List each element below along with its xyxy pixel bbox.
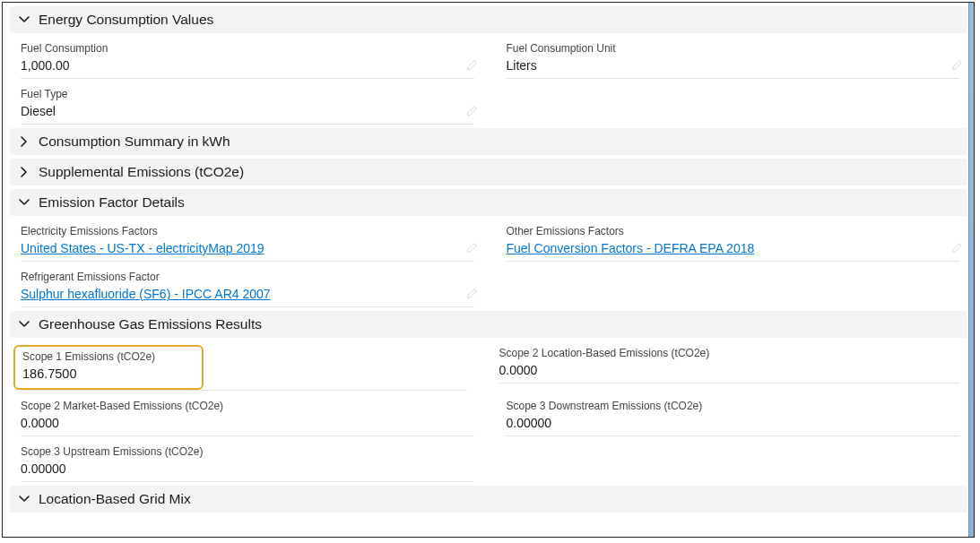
pencil-icon[interactable] [951,59,963,73]
section-header-energy[interactable]: Energy Consumption Values [10,6,967,33]
field-empty [499,440,967,482]
link-refrigerant-factor[interactable]: Sulphur hexafluoride (SF6) - IPCC AR4 20… [21,285,474,307]
section-title: Energy Consumption Values [39,12,213,28]
section-title: Supplemental Emissions (tCO2e) [39,164,244,180]
field-label: Scope 3 Upstream Emissions (tCO2e) [21,445,474,458]
field-label: Refrigerant Emissions Factor [21,271,474,283]
section-header-ghg-results[interactable]: Greenhouse Gas Emissions Results [10,311,967,338]
section-header-consumption-summary[interactable]: Consumption Summary in kWh [10,128,967,155]
field-label: Scope 2 Location-Based Emissions (tCO2e) [499,347,960,359]
pencil-icon[interactable] [951,242,963,256]
field-value: 0.0000 [21,414,474,436]
pencil-icon[interactable] [466,105,478,119]
field-label: Scope 3 Downstream Emissions (tCO2e) [507,400,960,412]
field-value: Liters [507,56,960,79]
field-electricity-factors: Electricity Emissions Factors United Sta… [13,220,481,262]
section-header-grid-mix[interactable]: Location-Based Grid Mix [10,486,967,513]
field-value: Diesel [21,102,474,125]
field-scope2-location: Scope 2 Location-Based Emissions (tCO2e)… [492,341,967,391]
section-title: Emission Factor Details [39,194,185,211]
section-header-supplemental[interactable]: Supplemental Emissions (tCO2e) [10,159,967,185]
field-refrigerant-factor: Refrigerant Emissions Factor Sulphur hex… [13,265,481,307]
pencil-icon[interactable] [466,59,478,73]
field-scope3-downstream: Scope 3 Downstream Emissions (tCO2e) 0.0… [499,394,967,436]
highlighted-scope1: Scope 1 Emissions (tCO2e) 186.7500 [13,345,204,390]
field-label: Fuel Type [21,88,474,100]
pencil-icon[interactable] [466,242,478,256]
link-other-factors[interactable]: Fuel Conversion Factors - DEFRA EPA 2018 [507,239,960,262]
field-label: Electricity Emissions Factors [21,225,474,237]
field-value: 0.00000 [21,460,474,482]
field-value: 186.7500 [22,365,195,386]
pencil-icon[interactable] [466,288,478,302]
chevron-down-icon [17,317,31,332]
chevron-right-icon [17,165,31,179]
field-value: 1,000.00 [21,56,474,79]
field-label: Fuel Consumption Unit [507,42,960,55]
chevron-down-icon [17,13,31,27]
chevron-down-icon [17,492,31,506]
field-label: Other Emissions Factors [507,225,960,237]
field-fuel-consumption-unit: Fuel Consumption Unit Liters [499,37,967,79]
section-header-factor-details[interactable]: Emission Factor Details [10,189,967,216]
field-scope3-upstream: Scope 3 Upstream Emissions (tCO2e) 0.000… [13,440,481,482]
field-empty [499,82,967,125]
field-scope2-market: Scope 2 Market-Based Emissions (tCO2e) 0… [13,394,481,436]
chevron-right-icon [17,134,31,149]
field-value: 0.00000 [507,414,960,436]
chevron-down-icon [17,195,31,210]
field-fuel-type: Fuel Type Diesel [13,82,481,125]
field-label: Scope 1 Emissions (tCO2e) [22,350,195,363]
section-title: Consumption Summary in kWh [39,134,230,150]
field-empty [499,265,967,307]
section-title: Greenhouse Gas Emissions Results [39,316,262,332]
field-value: 0.0000 [499,361,960,384]
field-label: Fuel Consumption [21,42,474,55]
field-fuel-consumption: Fuel Consumption 1,000.00 [13,37,481,79]
field-other-factors: Other Emissions Factors Fuel Conversion … [499,220,967,262]
link-electricity-factors[interactable]: United States - US-TX - electricityMap 2… [21,239,474,262]
scrollbar[interactable] [968,3,974,537]
field-label: Scope 2 Market-Based Emissions (tCO2e) [21,400,474,412]
section-title: Location-Based Grid Mix [39,491,191,507]
